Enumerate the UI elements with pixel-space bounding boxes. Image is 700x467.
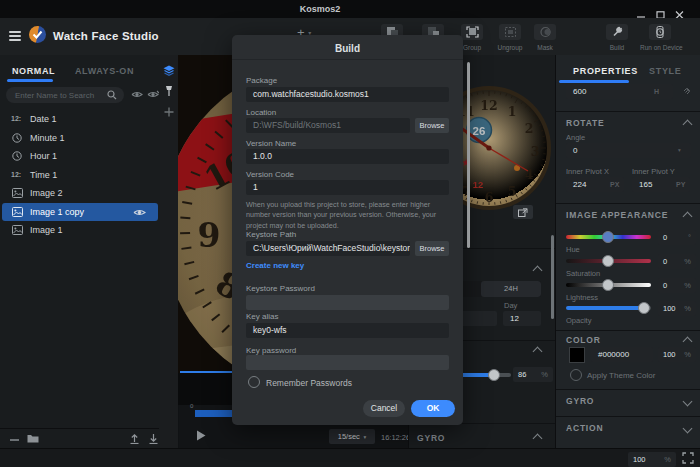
apply-theme-color-radio[interactable]: [570, 369, 582, 381]
layer-item-minute-1[interactable]: Minute 1: [2, 129, 158, 148]
lightness-slider[interactable]: [566, 283, 651, 287]
menu-icon[interactable]: [9, 31, 21, 41]
canvas-zoom-value[interactable]: 100%: [628, 452, 676, 467]
hue-slider[interactable]: [566, 235, 651, 239]
maximize-icon[interactable]: [656, 5, 665, 13]
ok-button[interactable]: OK: [411, 400, 455, 417]
tab-always-on[interactable]: ALWAYS-ON: [75, 66, 134, 76]
close-icon[interactable]: [675, 5, 684, 13]
location-browse-button[interactable]: Browse: [415, 118, 449, 133]
fit-to-screen-icon[interactable]: [682, 452, 694, 464]
tab-properties[interactable]: PROPERTIES: [573, 66, 638, 76]
zoom-plus-icon[interactable]: [164, 107, 174, 117]
time-section-collapse-icon[interactable]: [533, 266, 543, 276]
toolbar-button-ungroup[interactable]: Ungroup: [490, 24, 530, 54]
gyro-section-collapse-icon[interactable]: [533, 434, 543, 444]
visibility-off-icon[interactable]: [133, 208, 146, 217]
remove-layer-icon[interactable]: [10, 436, 20, 444]
angle-input[interactable]: 0 ▾: [566, 143, 691, 158]
watch-icon: [649, 24, 671, 40]
image-appearance-header[interactable]: IMAGE APPEARANCE: [566, 210, 668, 220]
gyro-expand-icon[interactable]: [683, 397, 693, 407]
layer-item-time-1[interactable]: 12: Time 1: [2, 166, 158, 185]
version-note: When you upload this project to store, p…: [246, 200, 449, 231]
layer-item-date-1[interactable]: 12: Date 1: [2, 110, 158, 129]
canvas-scrollbar[interactable]: [467, 62, 470, 248]
layer-item-image-2[interactable]: Image 2: [2, 184, 158, 203]
saturation-slider[interactable]: [566, 259, 651, 263]
detach-preview-button[interactable]: [513, 205, 533, 219]
action-expand-icon[interactable]: [683, 424, 693, 434]
gyro-preview-header[interactable]: GYRO: [417, 433, 445, 443]
slider-handle[interactable]: [602, 279, 614, 291]
tab-normal[interactable]: NORMAL: [12, 66, 55, 76]
svg-text:3: 3: [531, 144, 540, 159]
keystore-password-input[interactable]: [246, 295, 449, 310]
import-icon[interactable]: [148, 433, 159, 444]
slider-handle[interactable]: [602, 255, 614, 267]
rotate-section-header[interactable]: ROTATE: [566, 118, 604, 128]
color-swatch[interactable]: [569, 347, 585, 363]
day-input[interactable]: 12: [503, 311, 541, 326]
toolbar-button-build[interactable]: Build: [597, 24, 637, 54]
opacity-slider[interactable]: [566, 306, 651, 310]
keystore-path-input[interactable]: C:\Users\Юрий\WatchFaceStudio\keystore\k…: [246, 241, 410, 256]
location-label: Location: [246, 108, 276, 117]
minimize-icon[interactable]: [637, 5, 646, 13]
pivot-y-label: Inner Pivot Y: [632, 167, 675, 176]
layer-item-image-1-copy[interactable]: Image 1 copy: [2, 203, 158, 222]
key-password-input[interactable]: [246, 355, 449, 370]
play-icon[interactable]: [196, 430, 206, 441]
keystore-browse-button[interactable]: Browse: [415, 241, 449, 256]
color-alpha-input[interactable]: 100%: [658, 347, 696, 362]
format-24h-button[interactable]: 24H: [481, 281, 541, 297]
key-alias-input[interactable]: key0-wfs: [246, 323, 449, 338]
cancel-button[interactable]: Cancel: [363, 400, 405, 417]
height-input[interactable]: 600 H: [566, 84, 673, 99]
fps-select[interactable]: 15/sec ▾: [329, 429, 375, 444]
pivot-x-input[interactable]: 224 PX: [566, 177, 624, 192]
preview-zoom-value[interactable]: 86%: [513, 367, 553, 382]
export-icon[interactable]: [129, 433, 140, 444]
color-hex-input[interactable]: #000000: [591, 347, 653, 362]
apply-theme-color-label: Apply Theme Color: [587, 371, 655, 380]
show-all-icon[interactable]: [131, 90, 143, 99]
action-section-header[interactable]: ACTION: [566, 423, 603, 433]
image-icon: [12, 225, 23, 235]
digital-time-icon: 12:: [11, 169, 23, 181]
opacity-value[interactable]: 100%: [658, 301, 696, 316]
layers-icon[interactable]: [163, 65, 175, 76]
saturation-value[interactable]: 0%: [658, 254, 696, 269]
slider-handle[interactable]: [638, 302, 650, 314]
gyro-section-header[interactable]: GYRO: [566, 396, 594, 406]
zoom-section-collapse-icon[interactable]: [533, 347, 543, 357]
toolbar-button-mask[interactable]: Mask: [525, 24, 565, 54]
rotate-collapse-icon[interactable]: [683, 120, 693, 130]
version-code-input[interactable]: 1: [246, 180, 449, 195]
package-input[interactable]: com.watchfacestudio.kosmos1: [246, 87, 449, 102]
search-input[interactable]: Enter Name to Search: [6, 87, 124, 103]
slider-handle[interactable]: [602, 231, 614, 243]
timeline-ruler-zero: 0: [190, 403, 193, 409]
layer-item-image-1[interactable]: Image 1: [2, 221, 158, 240]
pin-icon[interactable]: [165, 85, 173, 98]
slider-handle[interactable]: [488, 369, 500, 381]
hide-all-icon[interactable]: [147, 90, 159, 99]
version-name-input[interactable]: 1.0.0: [246, 149, 449, 164]
layer-item-hour-1[interactable]: Hour 1: [2, 147, 158, 166]
lightness-label: Lightness: [566, 293, 598, 302]
image-appearance-collapse-icon[interactable]: [683, 212, 693, 222]
preview-scrollbar[interactable]: [551, 235, 554, 319]
location-input[interactable]: D:\WFS/build/Kosmos1: [246, 118, 410, 133]
color-collapse-icon[interactable]: [683, 337, 693, 347]
color-section-header[interactable]: COLOR: [566, 335, 601, 345]
pivot-y-input[interactable]: 165 PY: [632, 177, 690, 192]
link-dimensions-icon[interactable]: [682, 87, 691, 96]
toolbar-button-run-on-device[interactable]: Run on Device: [640, 24, 680, 54]
lightness-value[interactable]: 0%: [658, 278, 696, 293]
folder-icon[interactable]: [27, 433, 39, 443]
create-new-key-link[interactable]: Create new key: [246, 261, 304, 270]
tab-style[interactable]: STYLE: [649, 66, 682, 76]
hue-value[interactable]: 0°: [658, 230, 696, 245]
remember-passwords-radio[interactable]: [248, 376, 260, 388]
